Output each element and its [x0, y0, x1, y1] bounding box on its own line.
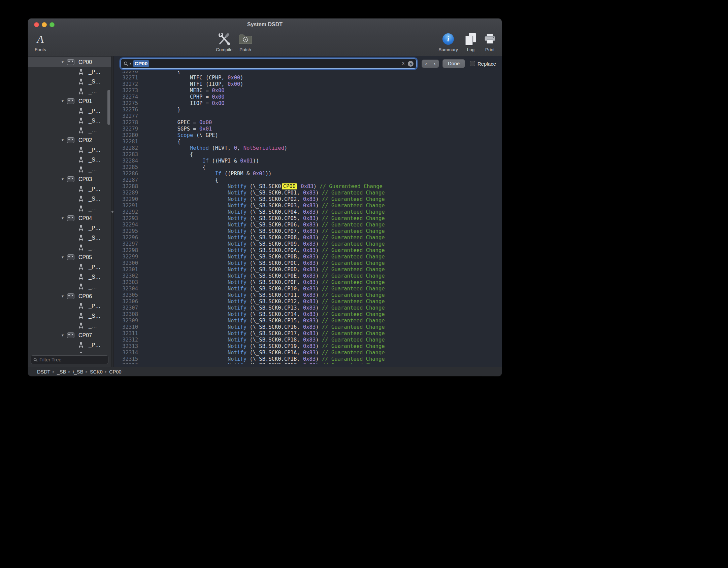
compile-button[interactable]: Compile [216, 32, 233, 52]
code-text: Notify (\_SB.SCK0.CP12, 0x83) // Guarant… [138, 298, 385, 305]
log-button[interactable]: Log [465, 32, 477, 52]
code-text: Notify (\_SB.SCK0.CP13, 0x83) // Guarant… [138, 305, 385, 311]
disclosure-triangle-icon[interactable]: ▼ [61, 255, 67, 259]
disclosure-triangle-icon[interactable]: ▼ [61, 177, 67, 181]
tree-subitem[interactable]: _P… [28, 184, 111, 194]
tree-item-cp07[interactable]: ▼CP07 [28, 330, 111, 340]
info-icon: i [442, 33, 454, 45]
tree-subitem[interactable]: _S… [28, 155, 111, 165]
tree-subitem[interactable]: _… [28, 321, 111, 330]
tree-subitem[interactable]: _S… [28, 272, 111, 282]
tree-subitem[interactable]: _S… [28, 350, 111, 353]
tree-subitem[interactable]: _P… [28, 301, 111, 311]
code-token: (\_SB.SCK0.CP0B, [246, 254, 303, 260]
clear-search-button[interactable]: × [408, 61, 413, 67]
disclosure-triangle-icon[interactable]: ▼ [61, 60, 67, 64]
find-previous-button[interactable]: ‹ [422, 60, 430, 68]
tree-subitem[interactable]: _… [28, 126, 111, 135]
code-token [152, 311, 228, 317]
tree-subitem[interactable]: _S… [28, 116, 111, 126]
tree-subitem[interactable]: _P… [28, 340, 111, 350]
tree-item-label: _P… [89, 225, 101, 231]
find-next-button[interactable]: › [430, 60, 439, 68]
filter-tree-input[interactable]: Filter Tree [31, 355, 108, 364]
breadcrumb-item[interactable]: SCK0 [90, 369, 103, 375]
code-token: 0x83 [303, 350, 316, 356]
line-number: 32285 [114, 164, 138, 171]
close-button[interactable] [34, 22, 39, 27]
code-text: Notify (\_SB.SCK0.CP1C, 0x83) // Guarant… [138, 362, 385, 364]
done-button[interactable]: Done [442, 59, 465, 68]
tree-subitem[interactable]: _P… [28, 262, 111, 272]
disclosure-triangle-icon[interactable]: ▼ [61, 99, 67, 103]
filter-placeholder: Filter Tree [39, 357, 61, 362]
code-token: 0x83 [303, 203, 316, 209]
code-token [152, 158, 202, 164]
tree-item-cp00[interactable]: ▼CP00 [28, 57, 111, 67]
minimize-button[interactable] [42, 22, 47, 27]
status-bar: DSDT▸_SB▸\_SB▸SCK0▸CP00 [28, 367, 502, 376]
tree-subitem[interactable]: _… [28, 204, 111, 213]
disclosure-triangle-icon[interactable]: ▼ [61, 216, 67, 220]
line-number: 32294 [114, 222, 138, 228]
tree-subitem[interactable]: _P… [28, 106, 111, 116]
code-token [298, 183, 301, 189]
summary-button[interactable]: i Summary [438, 32, 458, 52]
tree-subitem[interactable]: _P… [28, 223, 111, 233]
search-options-chevron-icon[interactable]: ▾ [130, 62, 131, 65]
replace-checkbox[interactable] [470, 61, 475, 66]
breadcrumb-item[interactable]: _SB [57, 369, 66, 375]
find-bar: ▾ CP00 3 × ‹ › Done Replace [114, 56, 502, 71]
code-token [152, 183, 228, 189]
patch-button[interactable]: Patch [238, 32, 253, 52]
tree-subitem[interactable]: _P… [28, 67, 111, 77]
titlebar[interactable]: System DSDT [28, 19, 502, 31]
search-query-text: CP00 [133, 60, 149, 67]
tree-subitem[interactable]: _… [28, 86, 111, 96]
tree-subitem[interactable]: _P… [28, 145, 111, 155]
sidebar-scrollbar[interactable] [107, 90, 110, 125]
code-text: Notify (\_SB.SCK0.CP05, 0x83) // Guarant… [138, 215, 385, 222]
tree-subitem[interactable]: _S… [28, 233, 111, 243]
breadcrumb-item[interactable]: CP00 [109, 369, 121, 375]
code-token: // Guaranteed Change [322, 324, 385, 330]
code-text: { [138, 177, 218, 183]
tree-item-cp05[interactable]: ▼CP05 [28, 252, 111, 262]
disclosure-triangle-icon[interactable]: ▼ [61, 294, 67, 298]
tree-item-cp06[interactable]: ▼CP06 [28, 291, 111, 301]
breadcrumb-item[interactable]: DSDT [37, 369, 50, 375]
tree-item-label: _… [89, 206, 97, 212]
tree-subitem[interactable]: _… [28, 282, 111, 291]
disclosure-triangle-icon[interactable]: ▼ [61, 333, 67, 337]
code-area[interactable]: 32270 {32271 NTFC (CPHP, 0x00)32272 NTFI… [114, 68, 502, 364]
find-input[interactable]: ▾ CP00 3 × [121, 59, 417, 69]
tree-item-cp04[interactable]: ▼CP04 [28, 213, 111, 223]
print-button[interactable]: Print [484, 32, 496, 52]
code-token: ) [316, 337, 322, 343]
tree-item-cp03[interactable]: ▼CP03 [28, 174, 111, 184]
traffic-lights [34, 19, 55, 31]
tree-subitem[interactable]: _S… [28, 194, 111, 204]
disclosure-triangle-icon[interactable]: ▼ [61, 138, 67, 142]
fonts-icon: A [37, 34, 44, 44]
tree-subitem[interactable]: _S… [28, 77, 111, 86]
code-token: Notify [228, 298, 246, 305]
tree-item-cp01[interactable]: ▼CP01 [28, 96, 111, 106]
tree-item-cp02[interactable]: ▼CP02 [28, 135, 111, 145]
tree-item-label: _S… [89, 79, 101, 85]
code-token: (\_SB.SCK0.CP0C, [246, 260, 303, 266]
code-token: Notify [228, 286, 246, 292]
tree-subitem[interactable]: _S… [28, 311, 111, 321]
tree-subitem[interactable]: _… [28, 165, 111, 174]
tree-subitem[interactable]: _… [28, 243, 111, 252]
zoom-button[interactable] [49, 22, 55, 27]
code-line: 32287 { [114, 177, 502, 183]
code-text: Notify (\_SB.SCK0.CP08, 0x83) // Guarant… [138, 235, 385, 241]
code-line: 32308 Notify (\_SB.SCK0.CP14, 0x83) // G… [114, 311, 502, 318]
code-token: (\_SB.SCK0.CP01, [246, 190, 303, 196]
tree-item-label: _… [89, 323, 97, 329]
fonts-button[interactable]: A Fonts [35, 32, 46, 52]
breadcrumb-item[interactable]: \_SB [73, 369, 83, 375]
splitter[interactable] [111, 56, 114, 367]
code-token: ) [316, 362, 322, 364]
